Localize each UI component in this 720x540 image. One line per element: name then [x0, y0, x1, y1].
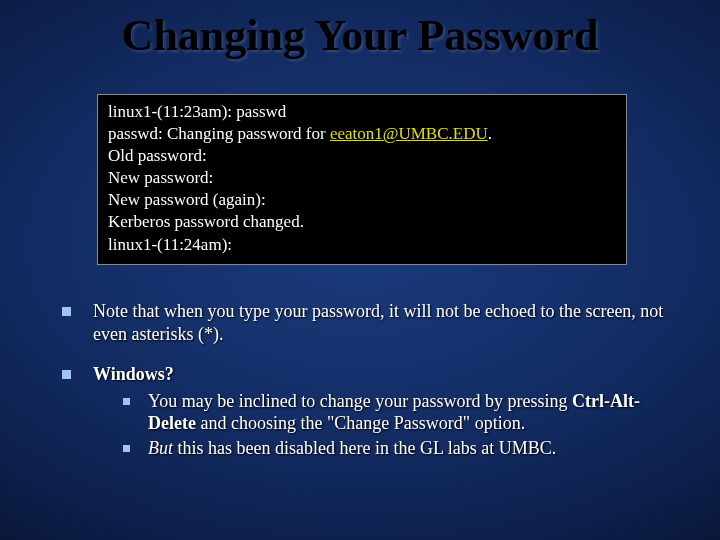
terminal-line: Kerberos password changed.: [108, 211, 616, 233]
terminal-line: New password (again):: [108, 189, 616, 211]
subbullet-item: But this has been disabled here in the G…: [123, 437, 670, 460]
terminal-line: New password:: [108, 167, 616, 189]
bullet-text: Windows? You may be inclined to change y…: [93, 363, 670, 459]
text-run: You may be inclined to change your passw…: [148, 391, 572, 411]
terminal-line: linux1-(11:24am):: [108, 234, 616, 256]
subbullet-icon: [123, 445, 130, 452]
terminal-email: eeaton1@UMBC.EDU: [330, 124, 488, 143]
subbullet-text: But this has been disabled here in the G…: [148, 437, 670, 460]
bullet-icon: [62, 370, 71, 379]
terminal-box: linux1-(11:23am): passwd passwd: Changin…: [97, 94, 627, 265]
text-run-italic: But: [148, 438, 173, 458]
slide: Changing Your Password linux1-(11:23am):…: [0, 0, 720, 540]
bullet-text: Note that when you type your password, i…: [93, 300, 670, 345]
text-run: this has been disabled here in the GL la…: [173, 438, 556, 458]
subbullet-list: You may be inclined to change your passw…: [93, 390, 670, 460]
bullet-head: Windows?: [93, 364, 174, 384]
slide-title: Changing Your Password: [0, 10, 720, 61]
bullet-icon: [62, 307, 71, 316]
subbullet-text: You may be inclined to change your passw…: [148, 390, 670, 435]
subbullet-item: You may be inclined to change your passw…: [123, 390, 670, 435]
bullet-item: Windows? You may be inclined to change y…: [62, 363, 670, 459]
bullet-item: Note that when you type your password, i…: [62, 300, 670, 345]
terminal-text: passwd: Changing password for: [108, 124, 330, 143]
body-content: Note that when you type your password, i…: [62, 300, 670, 477]
terminal-text: .: [488, 124, 492, 143]
terminal-line: passwd: Changing password for eeaton1@UM…: [108, 123, 616, 145]
text-run: and choosing the "Change Password" optio…: [196, 413, 525, 433]
terminal-line: Old password:: [108, 145, 616, 167]
subbullet-icon: [123, 398, 130, 405]
terminal-line: linux1-(11:23am): passwd: [108, 101, 616, 123]
